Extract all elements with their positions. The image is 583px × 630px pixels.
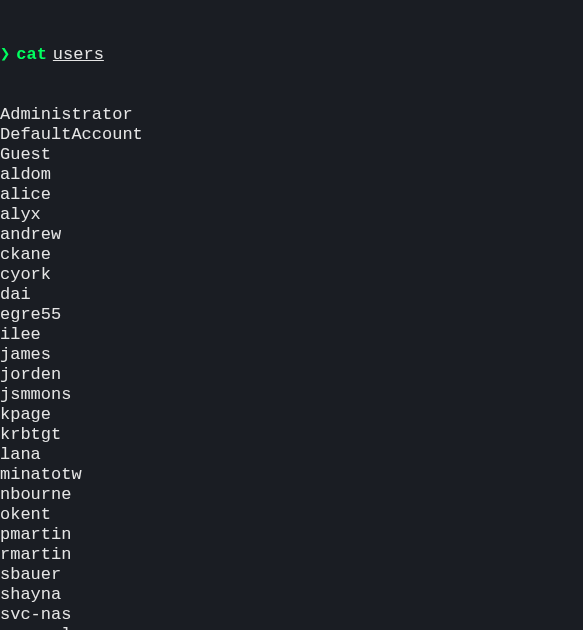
output-line: nbourne <box>0 485 583 505</box>
output-line: egre55 <box>0 305 583 325</box>
output-line: dai <box>0 285 583 305</box>
output-line: james <box>0 345 583 365</box>
command-name: cat <box>16 45 47 65</box>
output-line: alice <box>0 185 583 205</box>
output-line: jorden <box>0 365 583 385</box>
output-line: svc-sql <box>0 625 583 630</box>
output-line: shayna <box>0 585 583 605</box>
output-line: okent <box>0 505 583 525</box>
output-line: rmartin <box>0 545 583 565</box>
output-line: DefaultAccount <box>0 125 583 145</box>
output-line: minatotw <box>0 465 583 485</box>
output-line: Guest <box>0 145 583 165</box>
output-line: cyork <box>0 265 583 285</box>
output-line: Administrator <box>0 105 583 125</box>
output-line: ilee <box>0 325 583 345</box>
output-line: krbtgt <box>0 425 583 445</box>
terminal-window[interactable]: ❯ cat users AdministratorDefaultAccountG… <box>0 5 583 630</box>
output-line: alyx <box>0 205 583 225</box>
output-line: sbauer <box>0 565 583 585</box>
command-argument: users <box>53 45 104 65</box>
command-output: AdministratorDefaultAccountGuestaldomali… <box>0 105 583 630</box>
output-line: andrew <box>0 225 583 245</box>
output-line: aldom <box>0 165 583 185</box>
prompt-arrow-icon: ❯ <box>0 45 10 65</box>
output-line: pmartin <box>0 525 583 545</box>
output-line: jsmmons <box>0 385 583 405</box>
output-line: lana <box>0 445 583 465</box>
output-line: kpage <box>0 405 583 425</box>
output-line: svc-nas <box>0 605 583 625</box>
command-prompt-line: ❯ cat users <box>0 45 583 65</box>
output-line: ckane <box>0 245 583 265</box>
